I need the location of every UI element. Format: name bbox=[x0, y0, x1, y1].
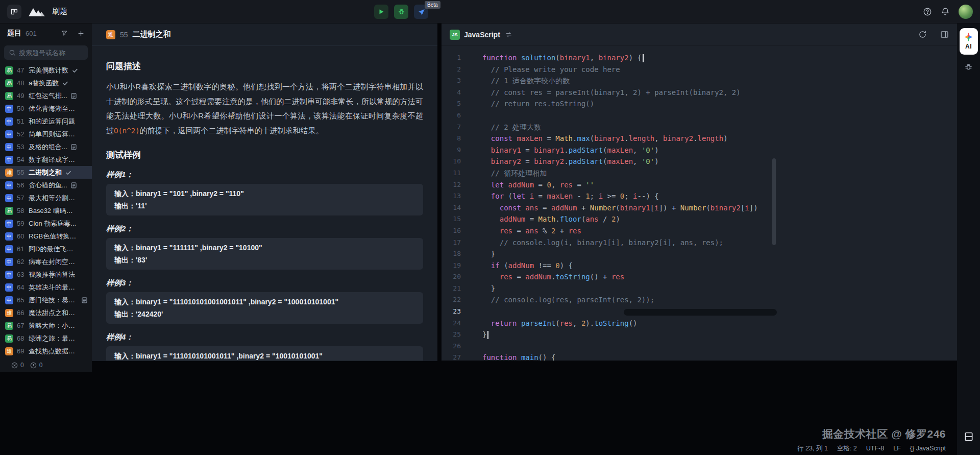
code-line[interactable]: 22 // console.log(res, parseInt(res, 2))… bbox=[442, 294, 957, 306]
code-line[interactable]: 16 res = ans % 2 + res bbox=[442, 225, 957, 237]
code-line[interactable]: 25} bbox=[442, 329, 957, 341]
line-number[interactable]: 23 bbox=[442, 306, 461, 318]
line-number[interactable]: 24 bbox=[442, 318, 461, 329]
code-line[interactable]: 13 for (let i = maxLen - 1; i >= 0; i--)… bbox=[442, 190, 957, 202]
line-number[interactable]: 15 bbox=[442, 213, 461, 225]
code-line[interactable]: 14 const ans = addNum + Number(binary1[i… bbox=[442, 202, 957, 214]
ai-assistant-button[interactable]: AI bbox=[960, 28, 978, 55]
line-number[interactable]: 10 bbox=[442, 156, 461, 167]
search-input[interactable] bbox=[19, 49, 83, 57]
panel-toggle-button[interactable] bbox=[964, 432, 974, 442]
line-number[interactable]: 12 bbox=[442, 179, 461, 191]
problem-list-item[interactable]: 难66魔法甜点之和：... bbox=[0, 306, 92, 319]
vertical-scrollbar[interactable] bbox=[772, 158, 776, 245]
code-line[interactable]: 9 binary1 = binary1.padStart(maxLen, '0'… bbox=[442, 145, 957, 156]
problem-list-item[interactable]: 中54数字翻译成字符... bbox=[0, 153, 92, 166]
code-line[interactable]: 12 let addNum = 0, res = '' bbox=[442, 179, 957, 191]
line-number[interactable]: 18 bbox=[442, 248, 461, 260]
code-line[interactable]: 5 // return res.toString() bbox=[442, 98, 957, 110]
code-line[interactable]: 2 // Please write your code here bbox=[442, 64, 957, 76]
line-number[interactable]: 5 bbox=[442, 98, 461, 110]
code-line[interactable]: 18 } bbox=[442, 248, 957, 260]
horizontal-scrollbar[interactable] bbox=[624, 309, 777, 316]
notifications-button[interactable] bbox=[941, 7, 950, 16]
code-line[interactable]: 21 } bbox=[442, 283, 957, 295]
split-view-button[interactable] bbox=[940, 30, 949, 39]
code-line[interactable]: 10 binary2 = binary2.padStart(maxLen, '0… bbox=[442, 156, 957, 167]
warning-counter[interactable]: 0 bbox=[30, 362, 43, 369]
code-line[interactable]: 8 const maxLen = Math.max(binary1.length… bbox=[442, 133, 957, 145]
problem-list-item[interactable]: 难55二进制之和 bbox=[0, 166, 92, 179]
problem-list-item[interactable]: 易67策略大师：小U... bbox=[0, 319, 92, 332]
code-line[interactable]: 15 addNum = Math.floor(ans / 2) bbox=[442, 213, 957, 225]
line-number[interactable]: 1 bbox=[442, 52, 461, 64]
problem-list-item[interactable]: 中52简单四则运算解... bbox=[0, 128, 92, 140]
line-number[interactable]: 20 bbox=[442, 271, 461, 283]
problem-list-item[interactable]: 易48a替换函数 bbox=[0, 77, 92, 89]
code-line[interactable]: 19 if (addNum !== 0) { bbox=[442, 260, 957, 272]
problem-list-item[interactable]: 中64英雄决斗的最大... bbox=[0, 281, 92, 294]
code-line[interactable]: 4 // const res = parseInt(binary1, 2) + … bbox=[442, 87, 957, 99]
statusbar-item[interactable]: 空格: 2 bbox=[837, 444, 857, 453]
line-number[interactable]: 17 bbox=[442, 237, 461, 249]
statusbar-item[interactable]: 行 23, 列 1 bbox=[797, 444, 828, 453]
problem-list-item[interactable]: 中62病毒在封闭空间... bbox=[0, 255, 92, 268]
code-line[interactable]: 27function main() { bbox=[442, 352, 957, 361]
line-number[interactable]: 4 bbox=[442, 87, 461, 99]
line-number[interactable]: 22 bbox=[442, 294, 461, 306]
reset-code-button[interactable] bbox=[918, 30, 927, 39]
debug-rail-button[interactable] bbox=[957, 63, 980, 71]
code-area[interactable]: 1function solution(binary1, binary2) {2 … bbox=[442, 46, 957, 361]
debug-button[interactable] bbox=[394, 5, 408, 19]
line-number[interactable]: 3 bbox=[442, 75, 461, 87]
code-line[interactable]: 24 return parseInt(res, 2).toString() bbox=[442, 318, 957, 329]
code-line[interactable]: 7 // 2 处理大数 bbox=[442, 122, 957, 133]
run-button[interactable] bbox=[374, 5, 388, 19]
code-line[interactable]: 11 // 循环处理相加 bbox=[442, 167, 957, 179]
code-line[interactable]: 20 res = addNum.toString() + res bbox=[442, 271, 957, 283]
problem-list-item[interactable]: 中60RGB色值转换为... bbox=[0, 230, 92, 243]
code-line[interactable]: 23 bbox=[442, 306, 957, 318]
switch-language-button[interactable] bbox=[505, 31, 512, 38]
problem-list-item[interactable]: 中63视频推荐的算法 bbox=[0, 268, 92, 281]
line-number[interactable]: 16 bbox=[442, 225, 461, 237]
line-number[interactable]: 9 bbox=[442, 145, 461, 156]
problem-list-item[interactable]: 中53及格的组合... bbox=[0, 140, 92, 153]
problem-list-item[interactable]: 难69查找热点数据问... bbox=[0, 345, 92, 357]
code-line[interactable]: 6 bbox=[442, 110, 957, 122]
problem-list-item[interactable]: 易58Base32 编码和... bbox=[0, 204, 92, 217]
line-number[interactable]: 26 bbox=[442, 341, 461, 352]
code-line[interactable]: 1function solution(binary1, binary2) { bbox=[442, 52, 957, 64]
user-avatar[interactable] bbox=[959, 5, 973, 19]
problem-list-item[interactable]: 中59Cion 勒索病毒... bbox=[0, 217, 92, 230]
problem-list-item[interactable]: 中50优化青海湖至景... bbox=[0, 102, 92, 115]
problem-list-item[interactable]: 中65唐门绝技：暴雨... bbox=[0, 294, 92, 306]
problem-list-item[interactable]: 中57最大相等分割红... bbox=[0, 191, 92, 204]
add-problem-button[interactable] bbox=[77, 30, 85, 37]
line-number[interactable]: 8 bbox=[442, 133, 461, 145]
line-number[interactable]: 2 bbox=[442, 64, 461, 76]
line-number[interactable]: 11 bbox=[442, 167, 461, 179]
problem-list-item[interactable]: 易47完美偶数计数 bbox=[0, 64, 92, 77]
code-line[interactable]: 26 bbox=[442, 341, 957, 352]
help-button[interactable] bbox=[923, 7, 932, 16]
problem-list-item[interactable]: 中56贪心猫的鱼... bbox=[0, 179, 92, 191]
code-line[interactable]: 3 // 1 适合数字较小的数 bbox=[442, 75, 957, 87]
code-line[interactable]: 17 // console.log(i, binary1[i], binary2… bbox=[442, 237, 957, 249]
statusbar-item[interactable]: UTF-8 bbox=[866, 445, 884, 452]
line-number[interactable]: 14 bbox=[442, 202, 461, 214]
line-number[interactable]: 27 bbox=[442, 352, 461, 361]
statusbar-item[interactable]: LF bbox=[893, 445, 901, 452]
statusbar-item[interactable]: {} JavaScript bbox=[910, 445, 946, 452]
error-counter[interactable]: 0 bbox=[11, 362, 24, 369]
line-number[interactable]: 6 bbox=[442, 110, 461, 122]
language-selector[interactable]: JavaScript bbox=[464, 31, 500, 39]
problem-list-item[interactable]: 易68绿洲之旅：最少... bbox=[0, 332, 92, 345]
line-number[interactable]: 19 bbox=[442, 260, 461, 272]
filter-button[interactable] bbox=[61, 30, 68, 37]
line-number[interactable]: 25 bbox=[442, 329, 461, 341]
problem-list-item[interactable]: 中61阿D的最佳飞行... bbox=[0, 243, 92, 255]
problem-list-item[interactable]: 易49红包运气排... bbox=[0, 89, 92, 102]
marscode-logo[interactable] bbox=[28, 7, 45, 17]
app-logo[interactable] bbox=[7, 5, 21, 19]
